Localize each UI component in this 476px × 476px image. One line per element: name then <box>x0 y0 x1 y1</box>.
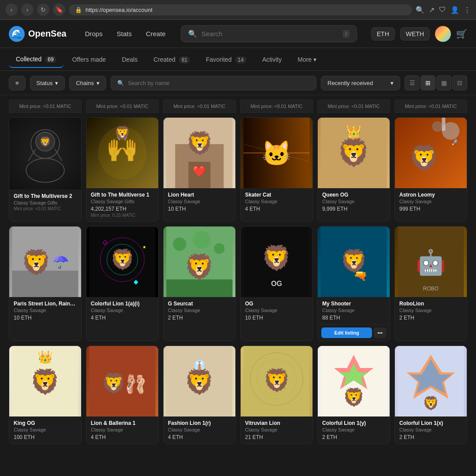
cart-icon[interactable]: 🛒 <box>456 29 467 39</box>
nft-card-11[interactable]: + 🦁 🔫 My Shooter Classy Savage 88 ETH Ed… <box>317 226 390 341</box>
svg-point-1 <box>26 158 64 182</box>
nft-card-15[interactable]: 🦁 👔 Fashion Lion 1(r) Classy Savage 4 ET… <box>163 346 236 444</box>
eth-badge[interactable]: ETH <box>371 27 395 41</box>
mint-label-2: Mint price: <0.01 MATIC <box>86 100 159 113</box>
svg-text:🔫: 🔫 <box>353 269 368 283</box>
view-grid-small-btn[interactable]: ⊞ <box>420 75 435 90</box>
sub-nav: Collected 69 Offers made Deals Created 8… <box>0 48 476 71</box>
profile-icon[interactable]: 👤 <box>450 6 459 14</box>
nft-card-13[interactable]: 🦁 👑 King OG Classy Savage 100 ETH <box>9 346 82 444</box>
svg-text:☂️: ☂️ <box>52 254 69 270</box>
nft-price-9: 2 ETH <box>168 315 231 321</box>
nav-stats[interactable]: Stats <box>111 26 138 41</box>
nft-info-13: King OG Classy Savage 100 ETH <box>9 416 81 444</box>
nft-card-7[interactable]: 🦁 ☂️ Paris Street Lion, Rainy ... Classy… <box>9 226 82 341</box>
search-input[interactable] <box>201 30 338 37</box>
svg-text:🦁: 🦁 <box>184 253 215 281</box>
browser-search-icon[interactable]: 🔍 <box>416 6 424 14</box>
search-icon: 🔍 <box>188 30 197 38</box>
logo-icon: 🌊 <box>9 26 25 42</box>
mint-price-row: Mint price: <0.01 MATIC Mint price: <0.0… <box>9 100 467 113</box>
menu-icon[interactable]: ⋮ <box>464 6 471 14</box>
logo[interactable]: 🌊 OpenSea <box>9 26 67 42</box>
sort-btn[interactable]: Recently received ▾ <box>321 76 400 90</box>
nft-card-14[interactable]: 🦁 🩰 Lion & Ballerina 1 Classy Savage 4 E… <box>86 346 159 444</box>
nav-create[interactable]: Create <box>140 26 172 41</box>
refresh-btn[interactable]: ↻ <box>37 4 49 16</box>
content-area: Mint price: <0.01 MATIC Mint price: <0.0… <box>0 100 476 453</box>
nft-collection-2: Classy Savage Gifts <box>91 199 154 204</box>
nft-price-7: 10 ETH <box>14 315 77 321</box>
tab-favorited[interactable]: Favorited 14 <box>199 52 253 67</box>
tab-activity[interactable]: Activity <box>255 52 289 67</box>
weth-badge[interactable]: WETH <box>400 27 430 41</box>
nft-price-13: 100 ETH <box>14 434 77 440</box>
tab-created[interactable]: Created 81 <box>146 52 197 67</box>
nft-image-14: 🦁 🩰 <box>86 346 158 416</box>
nav-drops[interactable]: Drops <box>79 26 109 41</box>
nft-image-4: 🐱 <box>241 118 312 188</box>
nft-card-5[interactable]: 🦁 👑 Queen OG Classy Savage 9,999 ETH <box>317 117 390 222</box>
tab-more[interactable]: More ▾ <box>290 52 324 67</box>
nft-card-2[interactable]: 🙌 🦁 Gift to The Multiverse 1 Classy Sava… <box>86 117 159 222</box>
nft-name-1: Gift to The Multiverse 2 <box>14 193 77 199</box>
user-avatar[interactable] <box>435 26 451 42</box>
nft-card-12[interactable]: 🤖 ROBO RoboLion Classy Savage 2 ETH <box>394 226 467 341</box>
view-list-btn[interactable]: ☰ <box>405 75 420 90</box>
nft-card-16[interactable]: 🦁 Vitruvian Lion Classy Savage 21 ETH <box>240 346 313 444</box>
share-icon[interactable]: ↗ <box>429 6 435 14</box>
nft-name-4: Skater Cat <box>245 192 308 198</box>
view-grid-medium-btn[interactable]: ▦ <box>436 75 451 90</box>
nft-card-1[interactable]: 🦁 Gift to The Multiverse 2 Classy Savage… <box>9 117 82 222</box>
nft-card-18[interactable]: 🦁 Colorful Lion 1(x) Classy Savage 2 ETH <box>394 346 467 444</box>
nft-card-3[interactable]: 🦁 ❤️ Lion Heart Classy Savage 10 ETH <box>163 117 236 222</box>
nft-info-18: Colorful Lion 1(x) Classy Savage 2 ETH <box>395 416 467 444</box>
search-bar[interactable]: 🔍 / <box>181 25 357 42</box>
nft-info-17: Colorful Lion 1(y) Classy Savage 2 ETH <box>318 416 390 444</box>
nft-card-8[interactable]: 🦁 ◇ ◆ ★ Colorful Lion 1(a)(i) Classy Sav… <box>86 226 159 341</box>
nft-collection-7: Classy Savage <box>14 308 77 313</box>
edit-listing-btn[interactable]: Edit listing <box>321 327 372 338</box>
mint-label-3: Mint price: <0.01 MATIC <box>163 100 236 113</box>
nft-image-2: 🙌 🦁 <box>86 118 158 188</box>
name-search-container[interactable]: 🔍 <box>111 76 316 90</box>
nft-card-10[interactable]: 🦁 OG OG Classy Savage 10 ETH <box>240 226 313 341</box>
nft-image-8: 🦁 ◇ ◆ ★ <box>86 227 158 297</box>
nft-card-9[interactable]: 🦁 G Seurcat Classy Savage 2 ETH <box>163 226 236 341</box>
filter-toggle-btn[interactable]: ≡ <box>9 76 26 90</box>
nft-info-1: Gift to The Multiverse 2 Classy Savage G… <box>9 190 81 215</box>
svg-text:🦁: 🦁 <box>39 136 52 148</box>
extensions-icon[interactable]: 🛡 <box>439 6 446 14</box>
nft-image-3: 🦁 ❤️ <box>164 118 235 188</box>
url-display: https://opensea.io/account <box>86 7 152 13</box>
tab-deals[interactable]: Deals <box>115 52 145 67</box>
name-search-input[interactable] <box>128 80 310 86</box>
svg-text:🦁: 🦁 <box>184 368 215 396</box>
svg-text:🤖: 🤖 <box>416 248 446 277</box>
svg-point-41 <box>214 243 225 254</box>
view-grid-large-btn[interactable]: ⊟ <box>452 75 467 90</box>
nft-price-16: 21 ETH <box>245 434 308 440</box>
nft-name-16: Vitruvian Lion <box>245 420 308 426</box>
nft-card-6[interactable]: 🦁 🚀 Astron Leomy Classy Savage 999 ETH <box>394 117 467 222</box>
more-options-btn[interactable]: ••• <box>374 327 386 338</box>
svg-text:★: ★ <box>142 245 146 249</box>
address-bar[interactable]: 🔒 https://opensea.io/account <box>69 4 412 15</box>
mint-label-6: Mint price: <0.01 MATIC <box>394 100 467 113</box>
back-btn[interactable]: ‹ <box>5 4 18 16</box>
nft-name-7: Paris Street Lion, Rainy ... <box>14 301 77 307</box>
svg-text:👔: 👔 <box>194 360 205 370</box>
nft-name-8: Colorful Lion 1(a)(i) <box>91 301 154 307</box>
nft-card-17[interactable]: 🦁 Colorful Lion 1(y) Classy Savage 2 ETH <box>317 346 390 444</box>
nft-price-10: 10 ETH <box>245 315 308 321</box>
forward-btn[interactable]: › <box>21 4 33 16</box>
nft-card-4[interactable]: 🐱 Skater Cat Classy Savage 4 ETH <box>240 117 313 222</box>
chains-filter-btn[interactable]: Chains ▾ <box>69 76 106 90</box>
tab-offers-made[interactable]: Offers made <box>65 52 113 67</box>
status-filter-btn[interactable]: Status ▾ <box>30 76 65 90</box>
nft-image-9: 🦁 <box>164 227 235 297</box>
bookmark-btn[interactable]: 🔖 <box>53 4 65 16</box>
nft-info-10: OG Classy Savage 10 ETH <box>241 297 312 324</box>
tab-collected[interactable]: Collected 69 <box>9 51 63 68</box>
nft-image-12: 🤖 ROBO <box>395 227 467 297</box>
